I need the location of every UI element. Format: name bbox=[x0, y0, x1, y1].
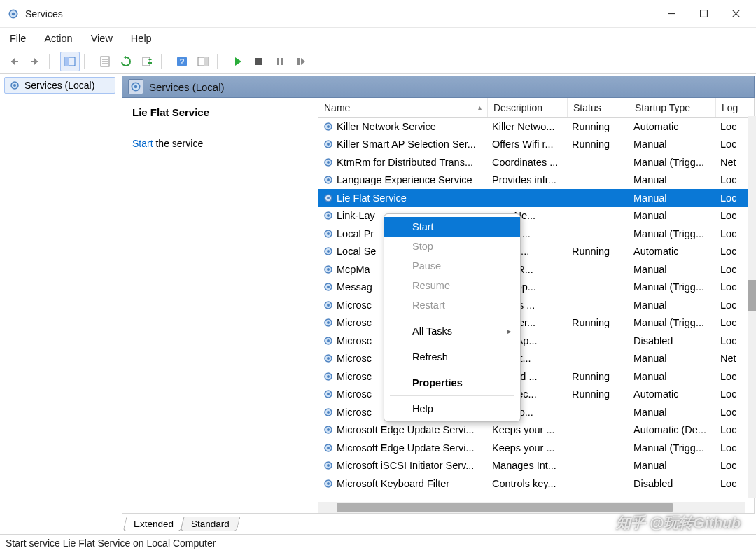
service-startup: Manual (Trigg... bbox=[629, 228, 716, 239]
menu-bar: File Action View Help bbox=[0, 28, 756, 49]
show-hide-action-pane-button[interactable] bbox=[193, 52, 213, 71]
refresh-button[interactable] bbox=[116, 52, 136, 71]
menu-view[interactable]: View bbox=[88, 31, 115, 45]
svg-rect-19 bbox=[255, 58, 262, 65]
stop-service-button[interactable] bbox=[249, 52, 269, 71]
service-name: Microsoft Edge Update Servi... bbox=[337, 442, 475, 454]
service-startup: Manual bbox=[629, 371, 716, 382]
svg-text:?: ? bbox=[180, 57, 185, 66]
start-service-button[interactable] bbox=[228, 52, 248, 71]
gear-icon bbox=[323, 388, 334, 400]
service-name: Microsc bbox=[337, 407, 372, 418]
service-logon: Loc bbox=[716, 371, 746, 382]
service-name: Microsoft Keyboard Filter bbox=[337, 478, 449, 489]
col-description[interactable]: Description bbox=[488, 98, 568, 117]
service-description: Coordinates ... bbox=[488, 157, 568, 168]
service-name: Link-Lay bbox=[337, 210, 375, 221]
service-description: Provides infr... bbox=[488, 174, 568, 185]
service-row[interactable]: Lie Flat ServiceManualLoc bbox=[318, 189, 754, 207]
ctx-start[interactable]: Start bbox=[384, 217, 520, 237]
gear-icon bbox=[323, 281, 334, 293]
col-status[interactable]: Status bbox=[568, 98, 629, 117]
tree-root-label: Services (Local) bbox=[24, 80, 94, 91]
gear-icon bbox=[323, 371, 334, 382]
show-hide-tree-button[interactable] bbox=[60, 52, 80, 71]
gear-icon bbox=[323, 478, 334, 489]
service-startup: Manual bbox=[629, 407, 716, 418]
ctx-properties[interactable]: Properties bbox=[384, 373, 520, 393]
horizontal-scrollbar[interactable] bbox=[318, 502, 746, 513]
services-header-title: Services (Local) bbox=[149, 81, 225, 93]
svg-rect-3 bbox=[700, 10, 707, 17]
restart-service-button[interactable] bbox=[291, 52, 311, 71]
service-name: Microsc bbox=[337, 300, 372, 311]
service-name: Language Experience Service bbox=[337, 174, 472, 185]
col-log-on-as[interactable]: Log bbox=[716, 98, 746, 117]
start-link[interactable]: Start bbox=[132, 138, 153, 149]
service-row[interactable]: KtmRm for Distributed Trans...Coordinate… bbox=[318, 153, 754, 171]
svg-rect-14 bbox=[143, 57, 150, 66]
close-button[interactable] bbox=[720, 0, 752, 28]
menu-help[interactable]: Help bbox=[128, 31, 155, 45]
service-startup: Automatic bbox=[629, 121, 716, 132]
service-description: Keeps your ... bbox=[488, 442, 568, 454]
service-name: Killer Network Service bbox=[337, 121, 436, 132]
forward-button[interactable] bbox=[25, 52, 45, 71]
menu-action[interactable]: Action bbox=[41, 31, 75, 45]
service-startup: Manual bbox=[629, 460, 716, 471]
service-row[interactable]: Microsoft Edge Update Servi...Keeps your… bbox=[318, 421, 754, 440]
service-description: Offers Wifi r... bbox=[488, 139, 568, 150]
view-tabs: Extended Standard bbox=[122, 513, 755, 531]
maximize-button[interactable] bbox=[687, 0, 720, 28]
gear-icon bbox=[9, 80, 20, 91]
service-startup: Manual bbox=[629, 174, 716, 185]
gear-icon bbox=[323, 300, 334, 311]
ctx-all-tasks[interactable]: All Tasks▸ bbox=[384, 321, 520, 341]
pause-service-button[interactable] bbox=[270, 52, 290, 71]
service-name: Messag bbox=[337, 281, 372, 293]
export-list-button[interactable] bbox=[137, 52, 157, 71]
service-name: Microsoft Edge Update Servi... bbox=[337, 424, 475, 435]
service-status: Running bbox=[568, 371, 629, 382]
service-startup: Manual (Trigg... bbox=[629, 317, 716, 328]
service-row[interactable]: Microsoft Keyboard FilterControls key...… bbox=[318, 475, 754, 493]
service-row[interactable]: Killer Smart AP Selection Ser...Offers W… bbox=[318, 136, 754, 154]
minimize-button[interactable] bbox=[655, 0, 687, 28]
tab-standard[interactable]: Standard bbox=[180, 517, 240, 531]
service-logon: Loc bbox=[716, 300, 746, 311]
service-name: Lie Flat Service bbox=[337, 192, 407, 204]
gear-icon bbox=[323, 174, 334, 185]
svg-rect-22 bbox=[298, 58, 300, 65]
service-detail-pane: Lie Flat Service Start the service bbox=[122, 98, 318, 513]
gear-icon bbox=[323, 424, 334, 435]
gear-icon bbox=[323, 121, 334, 132]
title-bar: Services bbox=[0, 0, 756, 28]
service-name: Microsc bbox=[337, 353, 372, 364]
column-headers: Name Description Status Startup Type Log bbox=[318, 98, 754, 118]
service-row[interactable]: Microsoft iSCSI Initiator Serv...Manages… bbox=[318, 457, 754, 475]
col-startup-type[interactable]: Startup Type bbox=[629, 98, 716, 117]
service-startup: Manual bbox=[629, 353, 716, 364]
service-startup: Manual (Trigg... bbox=[629, 157, 716, 168]
ctx-help[interactable]: Help bbox=[384, 399, 520, 419]
tree-services-local[interactable]: Services (Local) bbox=[4, 77, 115, 94]
service-startup: Manual bbox=[629, 192, 716, 204]
service-name: Local Se bbox=[337, 246, 376, 257]
back-button[interactable] bbox=[4, 52, 24, 71]
service-logon: Loc bbox=[716, 174, 746, 185]
app-gear-icon bbox=[7, 8, 20, 20]
service-name: Microsc bbox=[337, 335, 372, 346]
service-row[interactable]: Language Experience ServiceProvides infr… bbox=[318, 171, 754, 190]
ctx-refresh[interactable]: Refresh bbox=[384, 347, 520, 367]
service-logon: Loc bbox=[716, 460, 746, 471]
vertical-scrollbar[interactable] bbox=[748, 116, 756, 498]
properties-button[interactable] bbox=[95, 52, 115, 71]
help-button[interactable]: ? bbox=[172, 52, 192, 71]
service-row[interactable]: Microsoft Edge Update Servi...Keeps your… bbox=[318, 439, 754, 457]
gear-icon bbox=[323, 460, 334, 471]
gear-icon bbox=[323, 317, 334, 328]
tab-extended[interactable]: Extended bbox=[122, 517, 184, 531]
menu-file[interactable]: File bbox=[7, 31, 29, 45]
service-row[interactable]: Killer Network ServiceKiller Netwo...Run… bbox=[318, 118, 754, 136]
col-name[interactable]: Name bbox=[318, 98, 488, 117]
